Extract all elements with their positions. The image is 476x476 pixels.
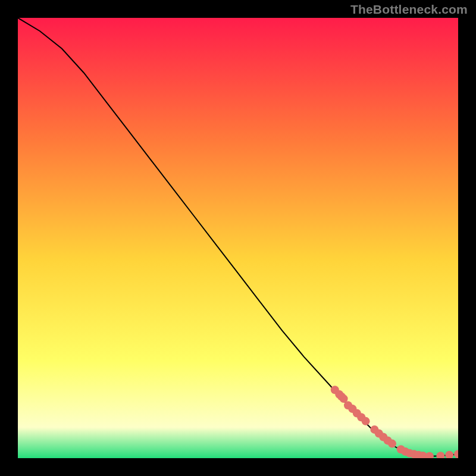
watermark-label: TheBottleneck.com: [350, 2, 468, 17]
plot-area: [18, 18, 458, 458]
data-marker: [388, 440, 396, 448]
plot-svg: [18, 18, 458, 458]
gradient-background: [18, 18, 458, 458]
chart-frame: TheBottleneck.com: [0, 0, 476, 476]
data-marker: [362, 417, 370, 425]
